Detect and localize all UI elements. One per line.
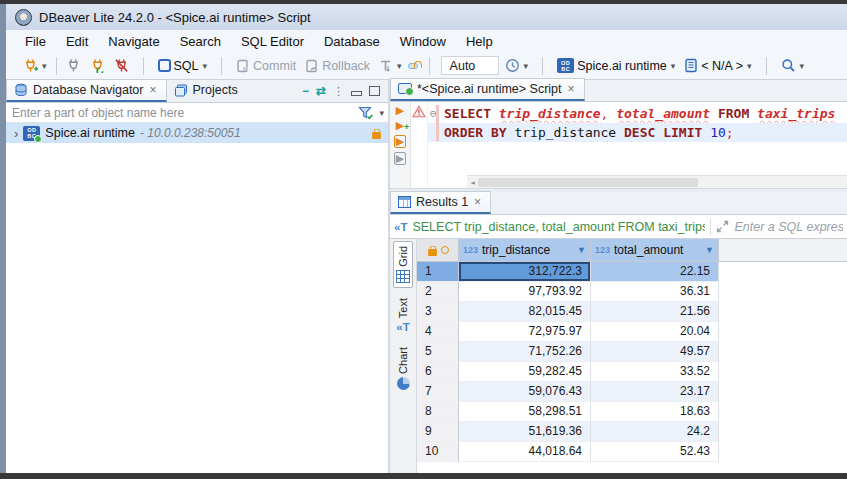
chevron-down-icon[interactable]: ▾ <box>397 61 402 71</box>
transaction-log-button[interactable]: ▾ <box>376 57 405 75</box>
minimize-view-icon[interactable] <box>351 91 362 96</box>
filter-expression-placeholder[interactable]: Enter a SQL expression to <box>734 220 843 234</box>
tab-database-navigator[interactable]: Database Navigator × <box>6 79 167 102</box>
table-row[interactable]: 2 97,793.92 36.31 <box>417 282 847 302</box>
chevron-down-icon[interactable]: ▾ <box>524 61 529 71</box>
maximize-view-icon[interactable] <box>369 86 380 96</box>
active-connection-select[interactable]: ODBC Spice.ai runtime ▾ <box>554 56 678 75</box>
row-number-cell[interactable]: 5 <box>417 342 459 362</box>
trip-distance-cell[interactable]: 312,722.3 <box>459 262 591 282</box>
table-row[interactable]: 4 72,975.97 20.04 <box>417 322 847 342</box>
total-amount-cell[interactable]: 22.15 <box>591 262 719 282</box>
reconnect-button[interactable] <box>87 56 108 75</box>
explain-plan-button[interactable]: ▶ <box>394 152 406 165</box>
row-number-cell[interactable]: 2 <box>417 282 459 302</box>
new-connection-button[interactable]: ▾ <box>20 56 50 75</box>
object-filter-input[interactable] <box>12 106 354 120</box>
total-amount-cell[interactable]: 20.04 <box>591 322 719 342</box>
chevron-down-icon[interactable]: ▾ <box>379 108 384 118</box>
total-amount-cell[interactable]: 52.43 <box>591 442 719 462</box>
trip-distance-cell[interactable]: 59,076.43 <box>459 382 591 402</box>
table-row[interactable]: 10 44,018.64 52.43 <box>417 442 847 462</box>
row-number-cell[interactable]: 3 <box>417 302 459 322</box>
chevron-down-icon[interactable]: ▾ <box>203 61 208 71</box>
execute-new-tab-button[interactable]: ▶+ <box>396 120 404 131</box>
chevron-down-icon[interactable]: ▾ <box>671 61 676 71</box>
scrollbar-thumb[interactable] <box>478 178 698 187</box>
close-icon[interactable]: × <box>148 83 157 97</box>
commit-button[interactable]: Commit <box>233 57 299 75</box>
menu-item[interactable]: Search <box>171 32 230 51</box>
autocommit-toggle-button[interactable] <box>408 63 418 69</box>
transaction-history-button[interactable]: ▾ <box>502 56 532 75</box>
editor-text-area[interactable]: ⊖SELECT trip_distance, total_amount FROM… <box>428 102 847 188</box>
connect-button[interactable] <box>63 56 84 75</box>
table-row[interactable]: 9 51,619.36 24.2 <box>417 422 847 442</box>
table-row[interactable]: 5 71,752.26 49.57 <box>417 342 847 362</box>
total-amount-cell[interactable]: 33.52 <box>591 362 719 382</box>
trip-distance-cell[interactable]: 97,793.92 <box>459 282 591 302</box>
table-row[interactable]: 8 58,298.51 18.63 <box>417 402 847 422</box>
editor-horizontal-scrollbar[interactable]: ◄ <box>467 175 847 188</box>
search-button[interactable]: ▾ <box>778 56 808 75</box>
link-with-editor-icon[interactable]: ⇄ <box>316 84 326 98</box>
row-number-cell[interactable]: 7 <box>417 382 459 402</box>
expand-filter-icon[interactable] <box>716 220 729 233</box>
row-number-cell[interactable]: 6 <box>417 362 459 382</box>
tab-results-1[interactable]: Results 1 × <box>390 191 491 214</box>
execute-statement-button[interactable]: ▶ <box>396 105 404 116</box>
menu-item[interactable]: Database <box>315 32 389 51</box>
connection-tree-item[interactable]: › ODBC Spice.ai runtime - 10.0.0.238:500… <box>6 123 388 143</box>
filter-funnel-icon[interactable] <box>358 106 374 120</box>
table-row[interactable]: 7 59,076.43 23.17 <box>417 382 847 402</box>
row-number-cell[interactable]: 8 <box>417 402 459 422</box>
menu-item[interactable]: Help <box>457 32 502 51</box>
trip-distance-cell[interactable]: 82,015.45 <box>459 302 591 322</box>
rollback-button[interactable]: Rollback <box>302 57 373 75</box>
trip-distance-cell[interactable]: 44,018.64 <box>459 442 591 462</box>
total-amount-cell[interactable]: 21.56 <box>591 302 719 322</box>
menu-item[interactable]: Navigate <box>99 32 168 51</box>
column-filter-icon[interactable]: ▼ <box>577 245 586 255</box>
table-row[interactable]: 6 59,282.45 33.52 <box>417 362 847 382</box>
total-amount-cell[interactable]: 24.2 <box>591 422 719 442</box>
menu-item[interactable]: Edit <box>57 32 97 51</box>
tab-chart-view[interactable]: Chart <box>395 343 412 394</box>
table-row[interactable]: 3 82,015.45 21.56 <box>417 302 847 322</box>
execute-script-button[interactable]: ▶ <box>394 135 406 148</box>
close-icon[interactable]: × <box>473 195 482 209</box>
trip-distance-cell[interactable]: 71,752.26 <box>459 342 591 362</box>
tab-sql-script[interactable]: *<Spice.ai runtime> Script × <box>390 78 585 101</box>
grid-corner-cell[interactable] <box>417 239 459 262</box>
column-header-trip-distance[interactable]: 123 trip_distance ▼ <box>459 239 591 262</box>
chevron-down-icon[interactable]: ▾ <box>747 61 752 71</box>
sql-editor-button[interactable]: SQL ▾ <box>155 57 211 75</box>
scroll-left-icon[interactable]: ◄ <box>467 178 478 187</box>
commit-mode-select[interactable]: Auto <box>441 56 499 75</box>
menu-item[interactable]: Window <box>391 32 455 51</box>
trip-distance-cell[interactable]: 72,975.97 <box>459 322 591 342</box>
tab-text-view[interactable]: Text «T <box>394 294 411 337</box>
total-amount-cell[interactable]: 18.63 <box>591 402 719 422</box>
row-number-cell[interactable]: 4 <box>417 322 459 342</box>
tab-projects[interactable]: Projects <box>167 79 246 102</box>
tab-grid-view[interactable]: Grid <box>393 241 413 288</box>
table-row[interactable]: 1 312,722.3 22.15 <box>417 262 847 282</box>
trip-distance-cell[interactable]: 59,282.45 <box>459 362 591 382</box>
column-filter-icon[interactable]: ▼ <box>705 245 714 255</box>
total-amount-cell[interactable]: 36.31 <box>591 282 719 302</box>
menu-item[interactable]: File <box>16 32 55 51</box>
menu-item[interactable]: SQL Editor <box>232 32 313 51</box>
row-number-cell[interactable]: 10 <box>417 442 459 462</box>
row-number-cell[interactable]: 1 <box>417 262 459 282</box>
total-amount-cell[interactable]: 49.57 <box>591 342 719 362</box>
tree-expand-icon[interactable]: › <box>14 126 18 141</box>
sql-editor[interactable]: ▶ ▶+ ▶ ▶ ⊖SELECT trip_distance, total_am… <box>390 102 847 188</box>
close-icon[interactable]: × <box>567 82 576 96</box>
title-bar[interactable]: DBeaver Lite 24.2.0 - <Spice.ai runtime>… <box>6 4 847 30</box>
trip-distance-cell[interactable]: 51,619.36 <box>459 422 591 442</box>
active-database-select[interactable]: < N/A > ▾ <box>681 56 754 75</box>
column-header-total-amount[interactable]: 123 total_amount ▼ <box>591 239 719 262</box>
chevron-down-icon[interactable]: ▾ <box>800 61 805 71</box>
chevron-down-icon[interactable]: ▾ <box>42 61 47 71</box>
